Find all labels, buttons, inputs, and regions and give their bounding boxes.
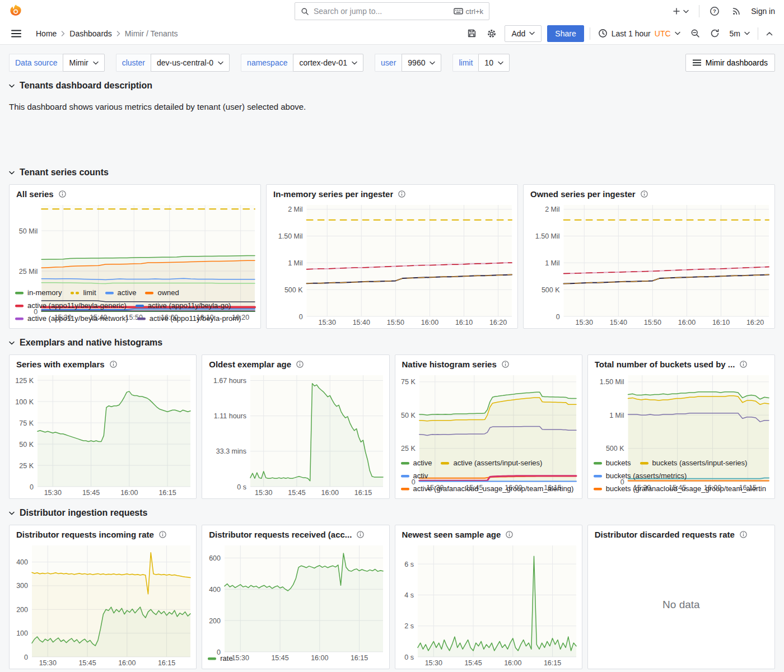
legend-item[interactable]: active (grafanacloud_usage_group/team_ap… (401, 496, 576, 498)
info-icon[interactable] (109, 360, 118, 368)
timeseries-chart[interactable]: 15:3015:4015:5016:0016:1016:20025 Mil50 … (10, 200, 260, 286)
panel-title[interactable]: Distributor requests received (acc... (209, 530, 352, 539)
variable-limit[interactable]: limit 10 (452, 54, 509, 72)
add-panel-button[interactable]: Add (505, 25, 542, 42)
timeseries-chart[interactable]: 15:3015:4516:0016:150 s2 s4 s6 s (395, 540, 582, 669)
legend-item[interactable]: active (appo11y/beyla-network) (15, 312, 128, 325)
chevron-down-icon (430, 61, 435, 65)
section-description[interactable]: Tenants dashboard description (9, 81, 775, 91)
legend-item[interactable]: buckets (asserts/metrics) (594, 470, 687, 482)
svg-text:50 K: 50 K (401, 412, 416, 419)
svg-text:4 s: 4 s (404, 591, 414, 599)
legend-item[interactable]: in-memory (15, 287, 62, 299)
collapse-toolbar-button[interactable] (764, 29, 775, 38)
zoom-out-button[interactable] (688, 26, 702, 40)
info-icon[interactable] (739, 360, 748, 368)
timeseries-chart[interactable]: 15:3015:4516:0016:150100200300400 (10, 540, 196, 669)
legend-swatch (15, 292, 24, 295)
legend-item[interactable]: active (appo11y/beyla-go) (136, 300, 231, 312)
legend-item[interactable]: limit (71, 287, 96, 299)
search-input[interactable] (314, 7, 449, 16)
timeseries-chart[interactable]: 15:3015:4516:0016:150 s33.3 mins1.11 hou… (202, 370, 389, 498)
panel-title[interactable]: Oldest exemplar age (209, 360, 291, 369)
legend-item[interactable]: buckets (asserts/input-series) (640, 457, 748, 469)
svg-text:1.50 Mil: 1.50 Mil (278, 232, 303, 240)
panel-title[interactable]: Owned series per ingester (530, 189, 636, 199)
divider (758, 27, 758, 40)
panel-title[interactable]: Series with exemplars (16, 360, 105, 369)
section-exemplars[interactable]: Exemplars and native histograms (9, 338, 775, 348)
legend-item[interactable]: active (appo11y/beyla-generic) (15, 300, 127, 312)
panel-title[interactable]: In-memory series per ingester (273, 189, 393, 199)
info-icon[interactable] (296, 360, 304, 368)
svg-text:1.67 hours: 1.67 hours (213, 377, 246, 385)
news-button[interactable] (730, 4, 743, 18)
share-button[interactable]: Share (547, 25, 584, 42)
signin-link[interactable]: Sign in (751, 7, 775, 16)
breadcrumb-dashboards[interactable]: Dashboards (69, 29, 112, 38)
info-icon[interactable] (640, 190, 648, 198)
new-menu-button[interactable] (670, 4, 691, 18)
legend-item[interactable]: active (105, 287, 137, 299)
panel-title[interactable]: Distributor requests incoming rate (16, 530, 154, 539)
timeseries-chart[interactable]: 15:3015:4516:0016:150500 K1 Mil1.50 Mil (588, 370, 774, 456)
variable-namespace[interactable]: namespace cortex-dev-01 (241, 54, 363, 72)
search-icon (301, 7, 309, 16)
panel-title[interactable]: All series (16, 189, 54, 199)
section-distributor[interactable]: Distributor ingestion requests (9, 508, 775, 518)
refresh-button[interactable] (708, 26, 722, 40)
legend-swatch (594, 475, 602, 478)
info-icon[interactable] (58, 190, 67, 198)
panel-title[interactable]: Newest seen sample age (402, 530, 501, 539)
legend-item[interactable]: active (grafanacloud_usage_group/team_al… (401, 483, 574, 495)
help-button[interactable]: ? (707, 4, 722, 18)
svg-text:6 s: 6 s (404, 561, 414, 568)
variable-user[interactable]: user 9960 (375, 54, 441, 72)
timeseries-chart[interactable]: 15:3015:4516:0016:15025 K50 K75 K (395, 370, 582, 456)
info-icon[interactable] (158, 530, 167, 539)
svg-text:500 K: 500 K (606, 445, 624, 452)
legend-item[interactable]: active (401, 457, 432, 469)
refresh-interval-picker[interactable]: 5m (727, 29, 752, 38)
timeseries-chart[interactable]: 15:3015:4015:5016:0016:1016:200500 K1 Mi… (267, 200, 517, 328)
timeseries-chart[interactable]: 15:3015:4516:0016:150200400600 (202, 540, 389, 651)
panel-title[interactable]: Total number of buckets used by ... (595, 360, 735, 369)
mega-menu-toggle[interactable] (9, 27, 24, 40)
keyboard-icon (454, 8, 463, 15)
panel-title[interactable]: Distributor discarded requests rate (595, 530, 735, 539)
legend-label: buckets (asserts/metrics) (606, 470, 687, 482)
info-icon[interactable] (505, 530, 514, 539)
variable-value: 10 (484, 58, 493, 67)
save-dashboard-button[interactable] (465, 26, 479, 40)
divider (590, 27, 590, 40)
legend-item[interactable]: buckets (594, 457, 631, 469)
info-icon[interactable] (398, 190, 406, 198)
variable-datasource[interactable]: Data source Mimir (9, 54, 105, 72)
mimir-dashboards-button[interactable]: Mimir dashboards (685, 54, 775, 72)
timeseries-chart[interactable]: 15:3015:4015:5016:0016:1016:200500 K1 Mi… (524, 200, 774, 328)
legend-item[interactable]: active (asserts/input-series) (441, 457, 542, 469)
timeseries-chart[interactable]: 15:3015:4516:0016:15025 K50 K75 K100 K12… (10, 370, 196, 498)
info-icon[interactable] (356, 530, 365, 539)
variable-cluster[interactable]: cluster dev-us-central-0 (116, 54, 230, 72)
chevron-down-icon (218, 61, 223, 65)
info-icon[interactable] (739, 530, 748, 539)
breadcrumb-home[interactable]: Home (36, 29, 57, 38)
section-tenant-series-counts[interactable]: Tenant series counts (9, 167, 775, 178)
global-search[interactable]: ctrl+k (295, 2, 489, 20)
svg-text:15:30: 15:30 (255, 489, 272, 497)
time-range-picker[interactable]: Last 1 hour UTC (596, 29, 683, 38)
legend-swatch (71, 292, 79, 295)
legend-item[interactable]: rate (208, 652, 232, 665)
dashboard-settings-button[interactable] (484, 26, 499, 41)
info-icon[interactable] (501, 360, 510, 368)
legend-item[interactable]: buckets (grafanacloud_usage_group/team_a… (594, 483, 766, 495)
panel-title[interactable]: Native histogram series (402, 360, 497, 369)
grafana-logo[interactable] (9, 4, 22, 18)
legend-item[interactable]: owned (145, 287, 179, 299)
legend-item[interactable]: active (appo11y/beyla-prom) (137, 312, 241, 325)
chevron-down-icon (9, 341, 15, 345)
list-icon (693, 59, 701, 66)
legend-item[interactable]: activ (401, 470, 428, 482)
panel-distributor-requests-received: Distributor requests received (acc... 15… (202, 525, 389, 669)
